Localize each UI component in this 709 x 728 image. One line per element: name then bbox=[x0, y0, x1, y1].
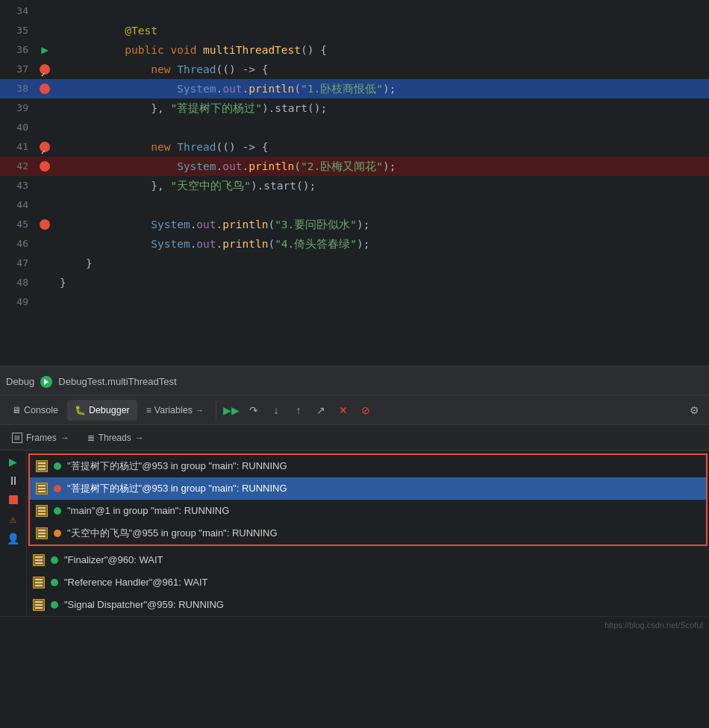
debug-panel: Debug DebugTest.multiThreadTest 🖥 Consol… bbox=[0, 368, 709, 633]
thread-stack-icon-1 bbox=[36, 460, 48, 472]
threads-icon: ≣ bbox=[87, 433, 95, 443]
stop-button[interactable]: ✕ bbox=[333, 400, 354, 421]
debug-run-icon bbox=[40, 376, 52, 388]
line-num-36: 36 bbox=[0, 40, 36, 60]
debug-session-name: DebugTest.multiThreadTest bbox=[58, 376, 176, 387]
thread-status-icon-3 bbox=[54, 507, 61, 515]
code-line-49: 49 bbox=[0, 292, 709, 312]
code-line-39: 39 }, "菩提树下的杨过").start(); bbox=[0, 98, 709, 118]
debug-toolbar: 🖥 Console 🐛 Debugger ≡ Variables → ▶▶ ↷ … bbox=[0, 395, 709, 425]
arrow-icon-36: ▶ bbox=[41, 40, 49, 60]
debug-subtoolbar: ▤ Frames → ≣ Threads → bbox=[0, 425, 709, 451]
line-content-47: } bbox=[54, 254, 709, 273]
variables-icon: ≡ bbox=[146, 405, 152, 415]
thread-stack-icon-6 bbox=[33, 577, 45, 589]
run-to-cursor-button[interactable]: ↗ bbox=[310, 400, 331, 421]
gutter-warning-icon[interactable]: ⚠ bbox=[6, 512, 21, 527]
thread-stack-icon-7 bbox=[33, 599, 45, 611]
step-into-button[interactable]: ↓ bbox=[266, 400, 287, 421]
status-bar: https://blog.csdn.net/Scoful bbox=[0, 616, 709, 633]
debug-header: Debug DebugTest.multiThreadTest bbox=[0, 368, 709, 395]
line-num-49: 49 bbox=[0, 292, 36, 312]
code-line-43: 43 }, "天空中的飞鸟").start(); bbox=[0, 176, 709, 195]
line-num-35: 35 bbox=[0, 21, 36, 40]
step-into-icon: ↓ bbox=[273, 404, 278, 416]
breakpoint-icon-41 bbox=[40, 142, 50, 152]
gutter-37 bbox=[36, 64, 54, 75]
threads-arrow: → bbox=[135, 433, 144, 443]
frames-arrow: → bbox=[60, 433, 69, 443]
frames-label: Frames bbox=[26, 433, 57, 443]
line-num-34: 34 bbox=[0, 1, 36, 21]
thread-item-7[interactable]: "Signal Dispatcher"@959: RUNNING bbox=[27, 594, 709, 616]
code-line-48: 48 } bbox=[0, 273, 709, 292]
code-editor: 34 35 @Test 36 ▶ public void multiThread… bbox=[0, 0, 709, 365]
toolbar-separator-1 bbox=[216, 401, 216, 419]
thread-item-2[interactable]: "菩提树下的杨过"@953 in group "main": RUNNING bbox=[30, 477, 706, 500]
gutter-user-icon[interactable]: 👤 bbox=[6, 531, 21, 546]
line-num-41: 41 bbox=[0, 137, 36, 157]
line-num-38: 38 bbox=[0, 79, 36, 98]
step-out-button[interactable]: ↑ bbox=[288, 400, 309, 421]
thread-label-6: "Reference Handler"@961: WAIT bbox=[64, 577, 207, 588]
gutter-45 bbox=[36, 219, 54, 230]
thread-list-container: ▶ ⏸ ⚠ 👤 "菩提树下的杨过"@953 in g bbox=[0, 451, 709, 616]
thread-item-6[interactable]: "Reference Handler"@961: WAIT bbox=[27, 571, 709, 594]
thread-item-5[interactable]: "Finalizer"@960: WAIT bbox=[27, 549, 709, 571]
thread-stack-icon-4 bbox=[36, 527, 48, 539]
mute-bp-button[interactable]: ⊘ bbox=[355, 400, 376, 421]
line-num-42: 42 bbox=[0, 157, 36, 176]
tab-debugger[interactable]: 🐛 Debugger bbox=[67, 400, 137, 421]
settings-icon: ⚙ bbox=[690, 404, 699, 416]
tab-frames[interactable]: ▤ Frames → bbox=[4, 428, 77, 448]
tab-arrow-suffix: → bbox=[196, 406, 204, 415]
gutter-38 bbox=[36, 84, 54, 94]
settings-button[interactable]: ⚙ bbox=[684, 400, 705, 421]
thread-item-4[interactable]: "天空中的飞鸟"@955 in group "main": RUNNING bbox=[30, 522, 706, 545]
breakpoint-icon-38 bbox=[40, 84, 50, 94]
thread-status-icon-7 bbox=[51, 601, 58, 609]
thread-label-3: "main"@1 in group "main": RUNNING bbox=[67, 505, 229, 516]
thread-label-4: "天空中的飞鸟"@955 in group "main": RUNNING bbox=[67, 527, 278, 540]
thread-label-7: "Signal Dispatcher"@959: RUNNING bbox=[64, 599, 224, 610]
tab-threads[interactable]: ≣ Threads → bbox=[80, 428, 152, 448]
breakpoint-icon-37 bbox=[40, 64, 50, 75]
thread-status-icon-5 bbox=[51, 556, 58, 564]
line-num-39: 39 bbox=[0, 98, 36, 118]
line-num-48: 48 bbox=[0, 273, 36, 292]
thread-status-icon-6 bbox=[51, 579, 58, 586]
resume-icon: ▶▶ bbox=[223, 404, 240, 416]
console-icon: 🖥 bbox=[12, 405, 21, 415]
status-url: https://blog.csdn.net/Scoful bbox=[605, 621, 703, 630]
gutter-play-icon[interactable]: ▶ bbox=[6, 454, 21, 468]
tab-debugger-label: Debugger bbox=[89, 405, 130, 415]
thread-label-2: "菩提树下的杨过"@953 in group "main": RUNNING bbox=[67, 482, 287, 495]
step-over-button[interactable]: ↷ bbox=[243, 400, 264, 421]
thread-label-5: "Finalizer"@960: WAIT bbox=[64, 554, 163, 565]
gutter-stop-icon[interactable] bbox=[6, 492, 21, 507]
tab-variables[interactable]: ≡ Variables → bbox=[139, 400, 211, 421]
thread-label-1: "菩提树下的杨过"@953 in group "main": RUNNING bbox=[67, 459, 287, 473]
mute-bp-icon: ⊘ bbox=[361, 404, 370, 416]
run-to-cursor-icon: ↗ bbox=[316, 404, 325, 416]
thread-item-1[interactable]: "菩提树下的杨过"@953 in group "main": RUNNING bbox=[30, 455, 706, 477]
tab-variables-label: Variables bbox=[154, 405, 193, 415]
thread-status-icon-2 bbox=[54, 485, 61, 492]
breakpoint-icon-42 bbox=[40, 161, 50, 172]
tab-console[interactable]: 🖥 Console bbox=[4, 400, 66, 421]
line-num-37: 37 bbox=[0, 60, 36, 79]
gutter-36: ▶ bbox=[36, 40, 54, 60]
line-num-43: 43 bbox=[0, 176, 36, 195]
line-num-47: 47 bbox=[0, 254, 36, 273]
debug-label: Debug bbox=[6, 376, 34, 387]
thread-list: "菩提树下的杨过"@953 in group "main": RUNNING "… bbox=[27, 451, 709, 616]
thread-stack-icon-3 bbox=[36, 505, 48, 517]
debugger-icon: 🐛 bbox=[75, 405, 86, 415]
line-content-48: } bbox=[54, 273, 709, 292]
line-num-46: 46 bbox=[0, 234, 36, 254]
gutter-pause-icon[interactable]: ⏸ bbox=[6, 473, 21, 488]
thread-item-3[interactable]: "main"@1 in group "main": RUNNING bbox=[30, 500, 706, 522]
breakpoint-icon-45 bbox=[40, 219, 50, 230]
line-num-44: 44 bbox=[0, 195, 36, 215]
resume-button[interactable]: ▶▶ bbox=[221, 400, 242, 421]
